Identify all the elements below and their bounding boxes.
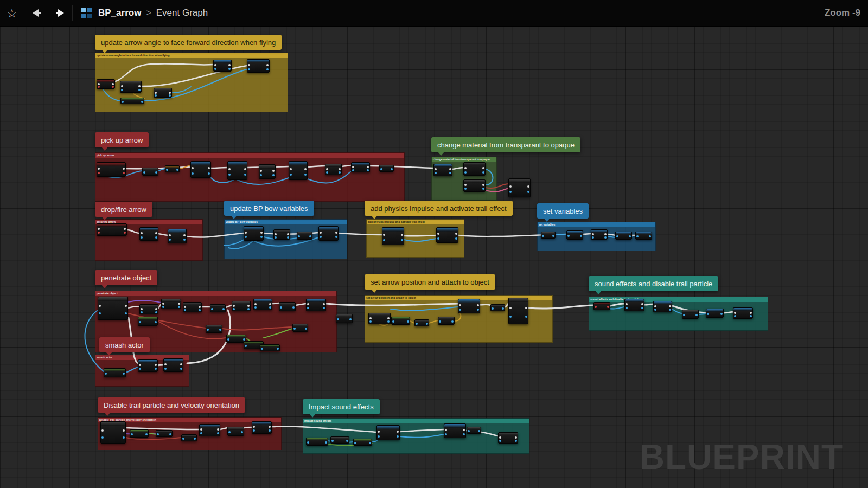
node-pin[interactable] [125, 312, 127, 314]
node-pin[interactable] [169, 239, 171, 241]
node-pin[interactable] [180, 368, 182, 370]
node-pin[interactable] [509, 316, 512, 318]
node-pin[interactable] [527, 191, 529, 193]
node-pin[interactable] [707, 313, 709, 315]
node-pin[interactable] [349, 318, 352, 320]
node-pin[interactable] [260, 170, 262, 172]
graph-node-fn[interactable] [635, 232, 652, 240]
graph-node-dark[interactable] [259, 164, 276, 179]
node-pin[interactable] [166, 169, 168, 171]
node-pin[interactable] [98, 83, 100, 85]
graph-node-fn[interactable] [199, 424, 220, 436]
node-pin[interactable] [155, 236, 157, 239]
node-pin[interactable] [141, 236, 143, 239]
node-pin[interactable] [207, 329, 209, 331]
node-pin[interactable] [449, 168, 451, 170]
node-pin[interactable] [228, 174, 231, 176]
graph-node-fn[interactable] [227, 161, 247, 180]
graph-node-fn[interactable] [139, 227, 158, 241]
comment-title-pick-up-arrow[interactable]: pick up arrow [95, 132, 149, 147]
node-pin[interactable] [277, 348, 279, 350]
comment-title-drop-fire-arrow[interactable]: drop/fire arrow [95, 202, 152, 217]
node-pin[interactable] [323, 307, 325, 309]
node-pin[interactable] [182, 438, 184, 440]
node-pin[interactable] [654, 309, 656, 311]
node-pin[interactable] [141, 308, 143, 310]
graph-node-dark[interactable] [414, 319, 429, 326]
comment-pick-up-arrow[interactable]: pick up arrow [95, 152, 405, 202]
node-pin[interactable] [192, 172, 194, 175]
graph-node-fn[interactable] [351, 162, 370, 172]
node-pin[interactable] [477, 304, 479, 306]
node-pin[interactable] [124, 228, 126, 230]
graph-node-dark[interactable] [682, 310, 699, 319]
node-pin[interactable] [401, 234, 403, 236]
node-pin[interactable] [123, 172, 125, 174]
node-pin[interactable] [464, 184, 467, 186]
comment-title-sound-effects-disable-trail[interactable]: sound effects and disable trail particle [589, 276, 718, 291]
graph-node-pure[interactable] [391, 317, 410, 325]
node-pin[interactable] [337, 318, 339, 320]
node-pin[interactable] [734, 315, 736, 317]
node-pin[interactable] [164, 363, 167, 365]
node-pin[interactable] [552, 235, 554, 237]
graph-node-dark[interactable] [183, 302, 202, 312]
node-pin[interactable] [112, 86, 114, 88]
node-pin[interactable] [266, 64, 269, 66]
node-pin[interactable] [482, 188, 484, 190]
node-pin[interactable] [354, 442, 356, 444]
node-pin[interactable] [325, 441, 327, 444]
graph-node-fn[interactable] [252, 421, 272, 434]
node-pin[interactable] [155, 368, 157, 370]
node-pin[interactable] [98, 168, 100, 170]
forward-button[interactable] [48, 0, 72, 26]
node-pin[interactable] [155, 321, 157, 323]
node-pin[interactable] [247, 308, 250, 310]
node-pin[interactable] [145, 433, 148, 435]
node-pin[interactable] [482, 184, 484, 186]
graph-node-fn[interactable] [163, 358, 183, 372]
graph-node-dark[interactable] [273, 229, 290, 240]
node-pin[interactable] [437, 237, 439, 240]
node-pin[interactable] [383, 239, 385, 241]
graph-node-dark[interactable] [142, 168, 158, 176]
node-pin[interactable] [248, 64, 250, 66]
node-pin[interactable] [139, 364, 141, 366]
comment-title-update-arrow-angle[interactable]: update arrow angle to face forward direc… [95, 35, 282, 50]
node-pin[interactable] [169, 94, 171, 97]
graph-node-dark[interactable] [508, 178, 531, 197]
node-pin[interactable] [121, 89, 123, 91]
graph-node-fn[interactable] [318, 226, 339, 241]
node-pin[interactable] [169, 92, 171, 94]
node-pin[interactable] [455, 233, 457, 235]
node-pin[interactable] [98, 172, 100, 174]
node-pin[interactable] [101, 429, 104, 432]
node-pin[interactable] [542, 235, 544, 237]
node-pin[interactable] [499, 440, 501, 442]
node-pin[interactable] [99, 305, 101, 307]
node-pin[interactable] [192, 167, 194, 169]
node-pin[interactable] [567, 235, 570, 237]
node-pin[interactable] [335, 236, 337, 238]
node-pin[interactable] [155, 364, 157, 366]
graph-node-dark[interactable] [227, 427, 244, 436]
graph-node-fn[interactable] [253, 299, 272, 310]
graph-node-fn[interactable] [289, 161, 308, 180]
node-pin[interactable] [320, 236, 322, 238]
node-pin[interactable] [669, 305, 671, 307]
graph-node-dark[interactable] [498, 432, 518, 444]
node-pin[interactable] [269, 429, 271, 432]
graph-node-dark[interactable] [297, 232, 312, 240]
node-pin[interactable] [121, 85, 123, 87]
node-pin[interactable] [339, 168, 341, 170]
node-pin[interactable] [211, 308, 213, 310]
node-pin[interactable] [269, 303, 271, 305]
node-pin[interactable] [222, 308, 225, 310]
node-pin[interactable] [464, 188, 467, 190]
graph-node-dark[interactable] [154, 88, 172, 98]
graph-node-fn[interactable] [247, 59, 270, 73]
node-pin[interactable] [459, 309, 461, 311]
node-pin[interactable] [131, 433, 133, 435]
node-pin[interactable] [269, 426, 271, 428]
node-pin[interactable] [649, 235, 651, 237]
